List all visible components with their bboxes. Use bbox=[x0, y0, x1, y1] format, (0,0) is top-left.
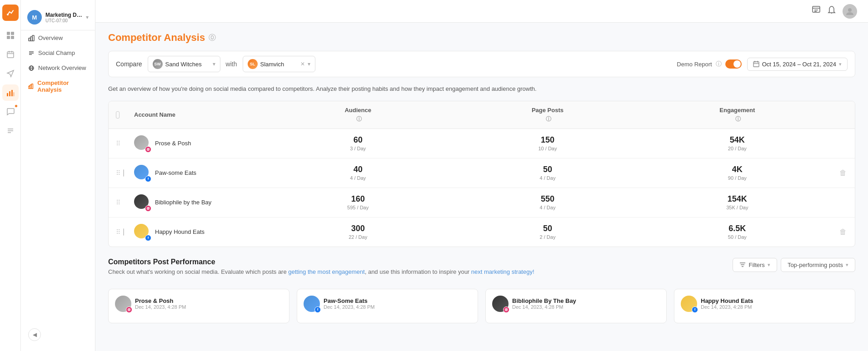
notification-icon[interactable] bbox=[827, 5, 836, 17]
account2-name: Slamvich bbox=[260, 61, 296, 68]
td-drag-2: ⠿ bbox=[109, 193, 127, 213]
row-checkbox-1[interactable] bbox=[123, 169, 124, 177]
date-range-picker[interactable]: Oct 15, 2024 – Oct 21, 2024 ▾ bbox=[747, 58, 848, 71]
page-posts-info-icon[interactable]: ⓘ bbox=[546, 115, 551, 123]
account-name-1: Paw-some Eats bbox=[155, 169, 196, 176]
with-label: with bbox=[226, 60, 237, 68]
sidebar-nav: M Marketing Departm... UTC-07:00 ▾ Overv… bbox=[21, 0, 95, 351]
td-audience-2: 160 595 / Day bbox=[263, 188, 453, 217]
sidebar-item-overview[interactable]: Overview bbox=[21, 30, 95, 45]
drag-handle-3[interactable]: ⠿ bbox=[116, 228, 120, 236]
left-nav-calendar[interactable] bbox=[2, 46, 19, 63]
filters-icon bbox=[739, 262, 746, 268]
post-card-name-0: Prose & Posh bbox=[135, 297, 283, 304]
post-card-avatar-0 bbox=[115, 296, 131, 312]
sidebar-item-competitor-analysis-label: Competitor Analysis bbox=[37, 79, 88, 93]
top-performing-posts-button[interactable]: Top-performing posts ▾ bbox=[781, 258, 855, 272]
posts-value-2: 550 bbox=[541, 194, 554, 204]
engagement-value-3: 6.5K bbox=[728, 224, 746, 233]
date-range-chevron: ▾ bbox=[839, 61, 842, 67]
drag-handle-0[interactable]: ⠿ bbox=[116, 140, 120, 147]
page-title: Competitor Analysis bbox=[108, 32, 205, 44]
post-card-header-3: f Happy Hound Eats Dec 14, 2023, 4:28 PM bbox=[681, 296, 848, 312]
post-card-3[interactable]: f Happy Hound Eats Dec 14, 2023, 4:28 PM bbox=[674, 289, 855, 323]
filters-button[interactable]: Filters ▾ bbox=[733, 258, 777, 272]
td-audience-3: 300 22 / Day bbox=[263, 218, 453, 246]
top-posts-label: Top-performing posts bbox=[788, 262, 843, 268]
help-icon[interactable]: ⓪ bbox=[209, 33, 216, 43]
svg-point-48 bbox=[129, 309, 130, 310]
account2-close-icon[interactable]: ✕ bbox=[300, 61, 305, 67]
sidebar-collapse-btn[interactable]: ◀ bbox=[28, 328, 41, 341]
td-account-0: Prose & Posh bbox=[127, 129, 263, 158]
post-card-avatar-2 bbox=[492, 296, 509, 312]
audience-sub-0: 3 / Day bbox=[350, 146, 366, 151]
page-header: Competitor Analysis ⓪ bbox=[108, 32, 855, 44]
delete-icon-3[interactable]: 🗑 bbox=[839, 228, 847, 236]
svg-point-52 bbox=[507, 308, 507, 309]
post-card-2[interactable]: Bibliophile By The Bay Dec 14, 2023, 4:2… bbox=[485, 289, 667, 323]
sidebar-item-social-champ[interactable]: Social Champ bbox=[21, 45, 95, 60]
audience-sub-1: 4 / Day bbox=[350, 175, 366, 181]
compare-account2-select[interactable]: SL Slamvich ✕ ▾ bbox=[243, 56, 315, 72]
td-posts-3: 50 2 / Day bbox=[453, 218, 642, 246]
svg-rect-34 bbox=[753, 62, 759, 67]
svg-rect-10 bbox=[9, 91, 10, 96]
td-account-3: f Happy Hound Eats bbox=[127, 218, 263, 247]
post-card-social-badge-0 bbox=[126, 307, 132, 313]
row-checkbox-3[interactable] bbox=[123, 228, 124, 236]
post-performance-title: Competitors Post Performance bbox=[108, 258, 534, 266]
audience-value-3: 300 bbox=[351, 224, 365, 233]
account-cell-0: Prose & Posh bbox=[134, 135, 191, 152]
td-posts-2: 550 4 / Day bbox=[453, 188, 642, 217]
svg-point-43 bbox=[149, 207, 149, 208]
workspace-dropdown-icon[interactable]: ▾ bbox=[86, 14, 89, 20]
posts-value-0: 150 bbox=[541, 135, 554, 145]
svg-rect-2 bbox=[11, 32, 14, 35]
td-posts-1: 50 4 / Day bbox=[453, 158, 642, 187]
demo-report-help-icon[interactable]: ⓘ bbox=[716, 60, 722, 68]
social-badge-facebook-1: f bbox=[145, 176, 151, 182]
post-card-1[interactable]: f Paw-Some Eats Dec 14, 2023, 4:28 PM bbox=[297, 289, 478, 323]
sidebar-item-overview-label: Overview bbox=[38, 35, 63, 41]
delete-icon-1[interactable]: 🗑 bbox=[839, 169, 847, 177]
svg-rect-9 bbox=[7, 93, 8, 96]
social-badge-instagram-2 bbox=[145, 205, 151, 212]
post-card-0[interactable]: Prose & Posh Dec 14, 2023, 4:28 PM bbox=[108, 289, 289, 323]
td-drag-1: ⠿ bbox=[109, 163, 127, 183]
left-nav-music[interactable] bbox=[2, 123, 19, 139]
post-performance-subtitle: Check out what's working on social media… bbox=[108, 268, 534, 276]
social-badge-instagram-0 bbox=[145, 146, 151, 153]
user-avatar[interactable] bbox=[843, 4, 857, 19]
engagement-info-icon[interactable]: ⓘ bbox=[735, 115, 741, 123]
sidebar-item-competitor-analysis[interactable]: Competitor Analysis bbox=[21, 75, 95, 97]
drag-handle-2[interactable]: ⠿ bbox=[116, 199, 120, 206]
demo-report-toggle[interactable] bbox=[725, 59, 742, 69]
sidebar-item-network-overview[interactable]: Network Overview bbox=[21, 60, 95, 75]
left-nav-analytics[interactable] bbox=[2, 84, 19, 101]
left-icon-bar bbox=[0, 0, 21, 351]
svg-point-33 bbox=[848, 8, 852, 12]
posts-sub-3: 2 / Day bbox=[540, 234, 556, 240]
account-name-0: Prose & Posh bbox=[155, 140, 191, 147]
select-all-checkbox[interactable] bbox=[116, 111, 120, 119]
compose-icon[interactable] bbox=[812, 5, 821, 17]
workspace-header[interactable]: M Marketing Departm... UTC-07:00 ▾ bbox=[21, 5, 95, 30]
next-marketing-strategy-link[interactable]: next marketing strategy! bbox=[471, 268, 534, 275]
top-bar-icons bbox=[812, 4, 857, 19]
social-badge-facebook-3: f bbox=[145, 235, 151, 241]
left-nav-chat[interactable] bbox=[2, 104, 19, 120]
app-logo bbox=[2, 5, 19, 21]
audience-info-icon[interactable]: ⓘ bbox=[356, 115, 362, 123]
left-nav-dashboard[interactable] bbox=[2, 27, 19, 44]
drag-handle-1[interactable]: ⠿ bbox=[116, 169, 120, 177]
svg-rect-1 bbox=[7, 32, 10, 35]
audience-value-2: 160 bbox=[351, 194, 365, 204]
left-nav-send[interactable] bbox=[2, 65, 19, 82]
compare-account1-select[interactable]: SW Sand Witches ▾ bbox=[148, 56, 220, 72]
getting-most-engagement-link[interactable]: getting the most engagement bbox=[288, 268, 364, 275]
svg-point-0 bbox=[7, 14, 9, 15]
table-header: Account Name Audience ⓘ Page Posts ⓘ Eng… bbox=[109, 101, 855, 129]
post-card-header-1: f Paw-Some Eats Dec 14, 2023, 4:28 PM bbox=[304, 296, 471, 312]
account2-avatar: SL bbox=[248, 59, 258, 69]
